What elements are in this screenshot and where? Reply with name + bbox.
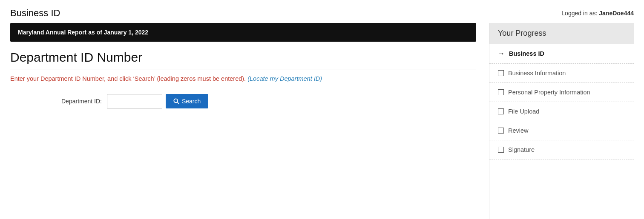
section-title: Department ID Number: [10, 50, 476, 69]
checkbox-icon: [498, 89, 504, 95]
svg-point-0: [174, 99, 178, 102]
search-icon: [173, 98, 179, 104]
sidebar-item-label: Signature: [508, 146, 535, 153]
header: Business ID Logged in as: JaneDoe444: [0, 0, 644, 23]
sidebar-item-label: Business ID: [509, 50, 544, 57]
checkbox-icon: [498, 128, 504, 134]
checkbox-icon: [498, 147, 504, 153]
sidebar-item-label: File Upload: [508, 108, 539, 115]
department-id-input[interactable]: [107, 94, 162, 108]
sidebar-item-label: Review: [508, 127, 529, 134]
department-id-form: Department ID: Search: [61, 94, 476, 108]
checkbox-icon: [498, 108, 504, 114]
sidebar-item-file-upload[interactable]: File Upload: [489, 102, 634, 121]
sidebar-item-personal-property[interactable]: Personal Property Information: [489, 83, 634, 102]
progress-sidebar: Your Progress → Business ID Business Inf…: [489, 23, 634, 219]
report-banner: Maryland Annual Report as of January 1, …: [10, 23, 476, 42]
instruction-text: Enter your Department ID Number, and cli…: [10, 75, 476, 82]
search-button[interactable]: Search: [166, 94, 208, 108]
sidebar-item-business-id[interactable]: → Business ID: [489, 44, 634, 64]
logged-in-status: Logged in as: JaneDoe444: [561, 10, 634, 17]
sidebar-item-signature[interactable]: Signature: [489, 140, 634, 159]
sidebar-item-label: Business Information: [508, 70, 566, 77]
content-area: Maryland Annual Report as of January 1, …: [10, 23, 489, 219]
sidebar-item-review[interactable]: Review: [489, 121, 634, 140]
main-layout: Maryland Annual Report as of January 1, …: [0, 23, 644, 219]
dept-id-label: Department ID:: [61, 98, 102, 105]
svg-line-1: [177, 102, 179, 104]
locate-dept-id-link[interactable]: (Locate my Department ID): [247, 75, 322, 82]
page-title: Business ID: [10, 8, 60, 19]
page-wrapper: Business ID Logged in as: JaneDoe444 Mar…: [0, 0, 644, 219]
arrow-icon: →: [498, 50, 505, 57]
sidebar-item-label: Personal Property Information: [508, 89, 590, 96]
sidebar-item-business-information[interactable]: Business Information: [489, 64, 634, 83]
checkbox-icon: [498, 70, 504, 76]
username: JaneDoe444: [599, 10, 634, 17]
sidebar-header: Your Progress: [489, 23, 634, 44]
